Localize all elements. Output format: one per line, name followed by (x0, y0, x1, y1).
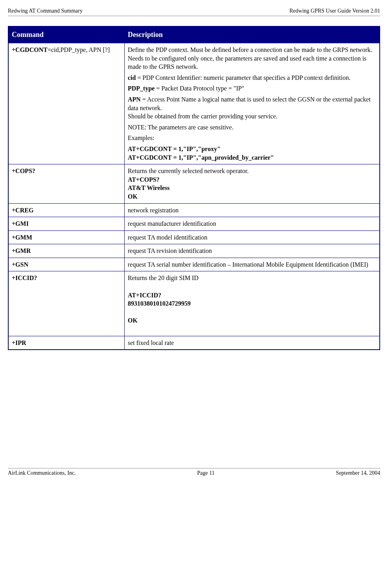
table-row: +ICCID? Returns the 20 digit SIM ID AT+I… (8, 271, 380, 336)
desc-example: AT+CGDCONT = 1,"IP","apn_provided_by_car… (128, 153, 376, 162)
table-header-row: Command Description (8, 26, 380, 43)
desc-text: PDP_type = Packet Data Protocol type = "… (128, 84, 376, 93)
desc-text: Define the PDP context. Must be defined … (128, 46, 376, 71)
table-row: +CGDCONT=cid,PDP_type, APN [?] Define th… (8, 43, 380, 164)
desc-gmr: request TA revision identification (125, 244, 380, 258)
desc-text: Returns the 20 digit SIM ID (128, 274, 376, 282)
table-row: +GMM request TA model identification (8, 230, 380, 244)
desc-text: APN = Access Point Name a logical name t… (128, 95, 376, 121)
cmd-gmi: +GMI (8, 217, 125, 231)
th-command: Command (8, 26, 125, 43)
desc-examples-label: Examples: (128, 134, 376, 142)
table-row: +GSN request TA serial number identifica… (8, 258, 380, 271)
desc-line: OK (128, 316, 376, 325)
table-row: +COPS? Returns the currently selected ne… (8, 164, 380, 203)
desc-gmm: request TA model identification (125, 230, 380, 244)
desc-cgdcont: Define the PDP context. Must be defined … (125, 43, 380, 164)
header-right: Redwing GPRS User Guide Version 2.01 (289, 8, 380, 14)
desc-cops: Returns the currently selected network o… (125, 164, 380, 203)
desc-line: 89310380101024729959 (128, 299, 376, 308)
param-name: cid (128, 74, 136, 81)
header-left: Redwing AT Command Summary (8, 8, 83, 14)
cmd-ipr: +IPR (8, 336, 125, 350)
footer-right: September 14, 2004 (336, 470, 380, 476)
th-description: Description (125, 26, 380, 43)
param-name: APN (128, 96, 141, 103)
param-desc: = Packet Data Protocol type = "IP" (154, 85, 244, 92)
cmd-cops: +COPS? (8, 164, 125, 203)
desc-example: AT+CGDCONT = 1,"IP","proxy" (128, 145, 376, 153)
cmd-args: =cid,PDP_type, APN [?] (48, 46, 110, 53)
desc-text: Returns the currently selected network o… (128, 167, 376, 175)
desc-gmi: request manufacturer identification (125, 217, 380, 231)
footer-center: Page 11 (197, 470, 215, 476)
cmd-gsn: +GSN (8, 258, 125, 271)
page-header: Redwing AT Command Summary Redwing GPRS … (8, 8, 380, 16)
param-desc2: Should be obtained from the carrier prov… (128, 113, 278, 120)
desc-ipr: set fixed local rate (125, 336, 380, 350)
desc-text: cid = PDP Context Identifier: numeric pa… (128, 74, 376, 82)
desc-line: AT+COPS? (128, 175, 376, 184)
cmd-creg: +CREG (8, 203, 125, 217)
param-desc: = Access Point Name a logical name that … (128, 96, 371, 111)
table-row: +IPR set fixed local rate (8, 336, 380, 350)
table-row: +GMI request manufacturer identification (8, 217, 380, 231)
table-row: +CREG network registration (8, 203, 380, 217)
desc-line: AT&T Wireless (128, 184, 376, 192)
desc-line: OK (128, 192, 376, 201)
desc-line: AT+ICCID? (128, 291, 376, 300)
desc-note: NOTE: The parameters are case sensitive. (128, 123, 376, 132)
cmd-gmm: +GMM (8, 230, 125, 244)
cmd-cgdcont: +CGDCONT=cid,PDP_type, APN [?] (8, 43, 125, 164)
desc-iccid: Returns the 20 digit SIM ID AT+ICCID? 89… (125, 271, 380, 336)
cmd-gmr: +GMR (8, 244, 125, 258)
param-name: PDP_type (128, 85, 154, 92)
table-row: +GMR request TA revision identification (8, 244, 380, 258)
param-desc: = PDP Context Identifier: numeric parame… (136, 74, 350, 81)
desc-gsn: request TA serial number identification … (125, 258, 380, 271)
page-footer: AirLink Communications, Inc. Page 11 Sep… (8, 468, 380, 476)
cmd-iccid: +ICCID? (8, 271, 125, 336)
footer-left: AirLink Communications, Inc. (8, 470, 76, 476)
desc-creg: network registration (125, 203, 380, 217)
command-table: Command Description +CGDCONT=cid,PDP_typ… (8, 26, 380, 350)
cmd-name: +CGDCONT (12, 46, 48, 53)
